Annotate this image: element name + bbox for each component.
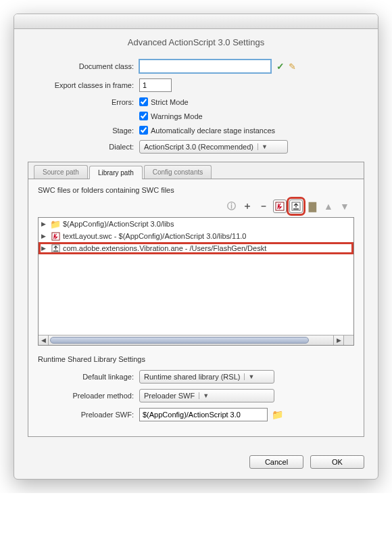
native-extension-icon xyxy=(51,244,60,253)
edit-pencil-icon[interactable]: ✎ xyxy=(289,62,296,72)
strict-mode-label: Strict Mode xyxy=(151,98,189,106)
add-button[interactable]: ＋ xyxy=(241,200,254,213)
tree-row-label: $(AppConfig)/ActionScript 3.0/libs xyxy=(63,220,174,228)
preloader-swf-input[interactable] xyxy=(139,408,268,421)
disclosure-icon[interactable]: ▶ xyxy=(41,221,48,227)
chevron-down-icon: ▼ xyxy=(199,392,209,399)
scroll-corner xyxy=(343,335,353,345)
titlebar[interactable] xyxy=(14,14,378,29)
tree-row[interactable]: ▶ textLayout.swc - $(AppConfig)/ActionSc… xyxy=(39,230,353,242)
swc-tree[interactable]: ▶ 📁 $(AppConfig)/ActionScript 3.0/libs ▶… xyxy=(38,217,354,346)
svg-rect-0 xyxy=(276,202,284,210)
tab-library-path[interactable]: Library path xyxy=(89,166,143,179)
horizontal-scrollbar[interactable]: ◀ ▶ xyxy=(39,335,343,345)
swc-group-label: SWC files or folders containing SWC file… xyxy=(38,186,354,194)
default-linkage-label: Default linkage: xyxy=(38,373,139,381)
warnings-mode-label: Warnings Mode xyxy=(151,112,203,120)
default-linkage-value: Runtime shared library (RSL) xyxy=(144,373,240,381)
validate-check-icon[interactable]: ✓ xyxy=(276,61,285,72)
browse-folder-icon[interactable]: 📁 xyxy=(272,409,283,420)
dialect-label: Dialect: xyxy=(28,143,139,151)
runtime-section-label: Runtime Shared Library Settings xyxy=(38,355,354,363)
add-ane-icon[interactable] xyxy=(289,200,303,213)
tree-row-label: textLayout.swc - $(AppConfig)/ActionScri… xyxy=(63,232,246,240)
export-frame-label: Export classes in frame: xyxy=(28,81,139,89)
disclosure-icon[interactable]: ▶ xyxy=(41,245,48,252)
preloader-method-dropdown[interactable]: Preloader SWF ▼ xyxy=(139,389,274,402)
export-frame-input[interactable] xyxy=(139,78,172,92)
tree-row[interactable]: ▶ com.adobe.extensions.Vibration.ane - /… xyxy=(39,242,353,254)
chevron-down-icon: ▼ xyxy=(244,373,254,380)
tab-source-path[interactable]: Source path xyxy=(34,165,88,179)
folder-icon: 📁 xyxy=(51,219,60,229)
document-class-label: Document class: xyxy=(28,62,139,70)
add-swc-icon[interactable] xyxy=(273,200,287,213)
info-icon[interactable]: ⓘ xyxy=(224,200,238,213)
errors-label: Errors: xyxy=(28,98,139,106)
move-down-icon[interactable]: ▼ xyxy=(338,200,351,213)
ok-button[interactable]: OK xyxy=(310,455,364,469)
swc-toolbar: ⓘ ＋ － ▇ ▲ ▼ xyxy=(41,200,351,213)
default-linkage-dropdown[interactable]: Runtime shared library (RSL) ▼ xyxy=(139,370,274,384)
tree-row-label: com.adobe.extensions.Vibration.ane - /Us… xyxy=(63,244,266,252)
dialect-value: ActionScript 3.0 (Recommended) xyxy=(144,143,253,151)
tree-row[interactable]: ▶ 📁 $(AppConfig)/ActionScript 3.0/libs xyxy=(39,218,353,230)
svg-rect-3 xyxy=(51,232,59,239)
stage-declare-label: Automatically declare stage instances xyxy=(151,126,275,135)
preloader-swf-label: Preloader SWF: xyxy=(38,411,139,419)
chevron-down-icon: ▼ xyxy=(258,143,268,150)
flash-file-icon xyxy=(51,231,60,241)
scroll-right-icon[interactable]: ▶ xyxy=(333,335,343,345)
browse-folder-icon[interactable]: ▇ xyxy=(305,200,319,213)
scroll-left-icon[interactable]: ◀ xyxy=(39,335,49,345)
stage-declare-checkbox[interactable] xyxy=(139,126,148,135)
svg-rect-5 xyxy=(53,250,57,252)
settings-dialog: Advanced ActionScript 3.0 Settings Docum… xyxy=(14,14,378,480)
preloader-method-label: Preloader method: xyxy=(38,392,139,400)
svg-rect-2 xyxy=(293,208,299,210)
move-up-icon[interactable]: ▲ xyxy=(322,200,335,213)
stage-label: Stage: xyxy=(28,126,139,135)
cancel-button[interactable]: Cancel xyxy=(249,455,303,469)
tab-config-constants[interactable]: Config constants xyxy=(144,165,212,179)
strict-mode-checkbox[interactable] xyxy=(139,97,148,106)
disclosure-icon[interactable]: ▶ xyxy=(41,233,48,239)
tabs-container: Source path Library path Config constant… xyxy=(28,162,364,437)
preloader-method-value: Preloader SWF xyxy=(144,392,195,400)
remove-button[interactable]: － xyxy=(257,200,270,213)
warnings-mode-checkbox[interactable] xyxy=(139,112,148,120)
document-class-input[interactable] xyxy=(139,60,271,73)
scroll-thumb[interactable] xyxy=(50,337,309,344)
dialog-title: Advanced ActionScript 3.0 Settings xyxy=(14,29,378,53)
dialect-dropdown[interactable]: ActionScript 3.0 (Recommended) ▼ xyxy=(139,140,288,154)
